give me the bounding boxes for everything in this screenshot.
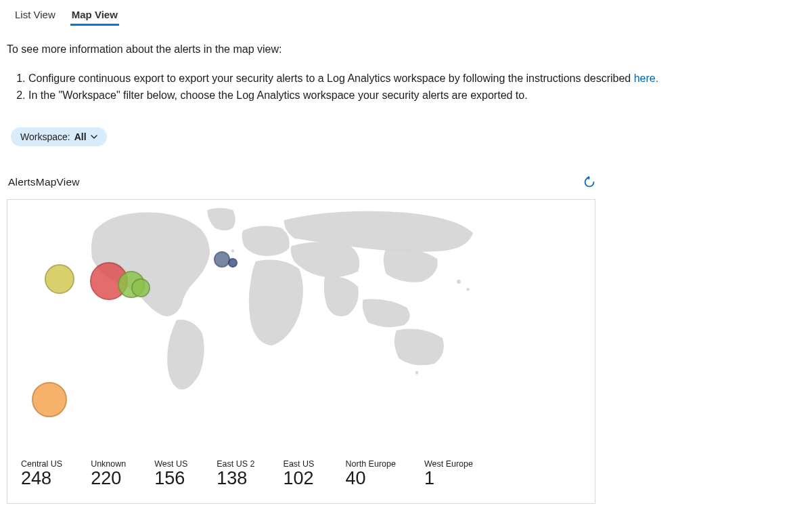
step-1: Configure continuous export to export yo…	[28, 70, 805, 87]
svg-point-1	[466, 288, 470, 291]
region-stat-value: 102	[284, 469, 317, 488]
region-stat-label: North Europe	[346, 459, 396, 469]
intro-text: To see more information about the alerts…	[7, 43, 805, 56]
region-stat[interactable]: North Europe40	[346, 459, 396, 488]
map-bubble[interactable]	[214, 251, 230, 268]
steps-list: Configure continuous export to export yo…	[15, 70, 805, 104]
region-stat-label: Central US	[21, 459, 62, 469]
workspace-filter-pill[interactable]: Workspace: All	[11, 127, 107, 146]
workspace-filter-label: Workspace:	[20, 131, 70, 142]
region-stat-label: East US	[284, 459, 317, 469]
region-stat-label: West US	[154, 459, 188, 469]
region-stat[interactable]: Unknown220	[91, 459, 126, 488]
map-bubble[interactable]	[228, 258, 238, 268]
map-bubble[interactable]	[32, 382, 67, 417]
region-stat-value: 156	[154, 469, 188, 488]
svg-point-2	[415, 371, 419, 375]
region-stat[interactable]: West US156	[154, 459, 188, 488]
region-stat-value: 248	[21, 469, 62, 488]
svg-point-0	[457, 279, 461, 283]
step-1-text: Configure continuous export to export yo…	[28, 72, 634, 84]
section-title: AlertsMapView	[8, 176, 80, 188]
region-stat-label: East US 2	[217, 459, 254, 469]
region-stat-value: 220	[91, 469, 126, 488]
reset-icon[interactable]	[582, 175, 597, 190]
view-tabs: List View Map View	[7, 3, 805, 26]
workspace-filter-value: All	[74, 131, 87, 142]
alerts-map-panel: Central US248Unknown220West US156East US…	[7, 199, 595, 504]
region-stat-value: 40	[346, 469, 396, 488]
region-stat[interactable]: East US102	[284, 459, 317, 488]
region-stat-value: 1	[424, 469, 473, 488]
map-bubble[interactable]	[45, 264, 74, 294]
region-stat[interactable]: West Europe1	[424, 459, 473, 488]
map-bubble[interactable]	[131, 278, 150, 297]
world-map-icon	[7, 200, 595, 430]
region-stat-label: Unknown	[91, 459, 126, 469]
region-stats-strip: Central US248Unknown220West US156East US…	[7, 459, 595, 503]
svg-point-3	[231, 249, 235, 253]
chevron-down-icon	[91, 135, 97, 139]
region-stat-label: West Europe	[424, 459, 473, 469]
region-stat[interactable]: Central US248	[21, 459, 62, 488]
step-2: In the "Workspace" filter below, choose …	[28, 87, 805, 104]
region-stat-value: 138	[217, 469, 254, 488]
tab-list-view[interactable]: List View	[14, 5, 57, 26]
step-1-link[interactable]: here.	[634, 72, 658, 84]
tab-map-view[interactable]: Map View	[70, 5, 119, 26]
region-stat[interactable]: East US 2138	[217, 459, 254, 488]
